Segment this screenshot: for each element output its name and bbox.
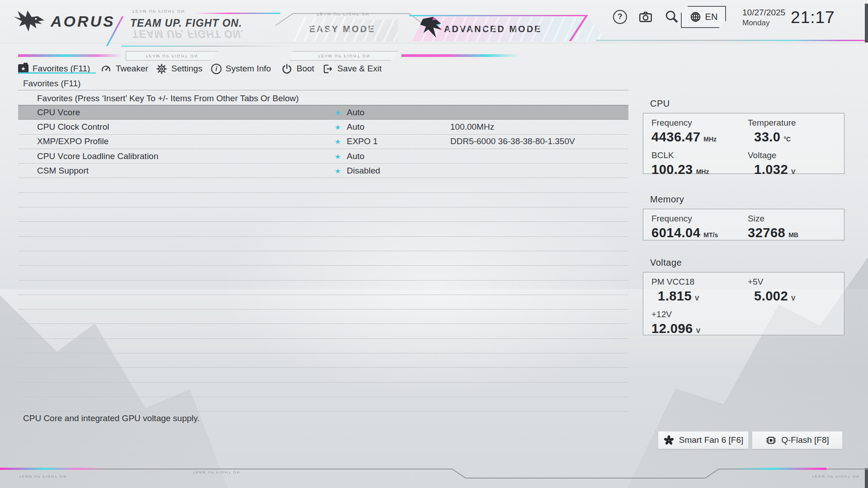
empty-row [18, 383, 628, 397]
header-tail-line [596, 40, 868, 41]
favorite-star-icon: ★ [335, 122, 341, 131]
voltage-5v-metric: +5V 5.002 V [748, 277, 844, 304]
favorites-icon: ★ [18, 64, 28, 73]
utility-icons: ? [613, 9, 679, 24]
info-icon: i [211, 64, 222, 74]
metric-label: +5V [748, 277, 844, 287]
help-glyph: ? [618, 12, 622, 21]
item-description: CPU Core and integrated GPU voltage supp… [23, 413, 199, 423]
smart-fan-button[interactable]: Smart Fan 6 [F6] [658, 431, 749, 449]
metric-unit: MHz [696, 168, 709, 175]
cpu-panel: Frequency 4436.47 MHz Temperature 33.0 °… [643, 113, 844, 174]
datetime-block: 10/27/2025 Monday 21:17 [742, 7, 835, 28]
metric-label: Frequency [651, 118, 748, 128]
help-icon[interactable]: ? [613, 10, 627, 24]
cpu-panel-title: CPU [650, 99, 670, 109]
favorite-star-icon: ★ [335, 108, 341, 117]
right-edge-bar-top [865, 4, 868, 42]
favorites-list: Favorites (Press ‘Insert’ Key To +/- Ite… [18, 92, 628, 412]
brand-name: AORUS [51, 13, 115, 30]
search-icon[interactable] [664, 9, 679, 24]
cpu-temperature-metric: Temperature 33.0 °C [748, 118, 844, 145]
metric-unit: V [791, 295, 795, 302]
smart-fan-label: Smart Fan 6 [F6] [679, 435, 744, 445]
gear-icon [156, 63, 167, 75]
deco-gradient-left [18, 54, 122, 57]
metric-value: 5.002 [754, 289, 788, 304]
deco-glitch-strip-1: TEAM UP FIGHT ON [126, 51, 218, 61]
metric-unit: MT/s [703, 231, 718, 239]
gauge-icon [100, 63, 112, 75]
language-button[interactable]: EN [681, 6, 726, 28]
empty-row [18, 178, 628, 192]
cpu-bclk-metric: BCLK 100.23 MHz [651, 150, 748, 177]
tab-save-exit[interactable]: Save & Exit [322, 62, 382, 75]
tab-tweaker-label: Tweaker [116, 64, 148, 74]
metric-label: Size [748, 214, 844, 224]
info-glyph: i [216, 65, 217, 72]
row-extra: DDR5-6000 36-38-38-80-1.350V [450, 136, 575, 146]
deco-glitch-strip-2: TEAM UP FIGHT ON [289, 51, 399, 61]
tab-boot[interactable]: Boot [281, 62, 314, 75]
voltage-panel-title: Voltage [650, 258, 682, 268]
glitch-text: TEAM UP FIGHT ON [145, 54, 198, 58]
glitch-text: TEAM UP FIGHT ON [19, 475, 66, 479]
screenshot-camera-icon[interactable] [638, 9, 653, 24]
list-row-cpu-vcore[interactable]: CPU Vcore ★ Auto [18, 105, 628, 120]
favorite-star-icon: ★ [335, 152, 341, 160]
list-row-cpu-clock-control[interactable]: CPU Clock Control ★ Auto 100.00MHz [18, 120, 628, 134]
empty-row [18, 339, 628, 353]
row-value: Disabled [347, 166, 380, 176]
qflash-label: Q-Flash [F8] [781, 435, 829, 445]
bios-screen: AORUS TEAM UP. FIGHT ON. TEAM UP. FIGHT … [0, 0, 868, 488]
tab-system-info[interactable]: i System Info [211, 62, 271, 75]
list-row-xmp-expo-profile[interactable]: XMP/EXPO Profile ★ EXPO 1 DDR5-6000 36-3… [18, 135, 628, 149]
header-bar: AORUS TEAM UP. FIGHT ON. TEAM UP. FIGHT … [0, 0, 868, 43]
metric-unit: V [695, 295, 699, 302]
empty-row [18, 324, 628, 338]
list-row-cpu-vcore-loadline[interactable]: CPU Vcore Loadline Calibration ★ Auto [18, 149, 628, 164]
glitch-text: TEAM UP FIGHT ON [812, 475, 859, 479]
tab-tweaker[interactable]: Tweaker [100, 62, 148, 75]
row-label: CPU Clock Control [37, 122, 109, 132]
bottom-gradient-left [0, 468, 105, 470]
favorite-star-icon: ★ [335, 137, 341, 146]
metric-unit: MHz [703, 136, 717, 143]
metric-value: 1.815 [658, 289, 692, 304]
day-text: Monday [742, 18, 785, 28]
row-value: Auto [347, 122, 364, 132]
memory-frequency-metric: Frequency 6014.04 MT/s [651, 214, 748, 240]
slogan-underline-decor [121, 46, 293, 47]
exit-icon [322, 63, 333, 75]
row-label: CSM Support [37, 166, 89, 176]
empty-row [18, 368, 628, 382]
memory-panel: Frequency 6014.04 MT/s Size 32768 MB [643, 209, 844, 240]
active-tab-underline [18, 72, 96, 74]
glitch-text: TEAM UP FIGHT ON [317, 54, 370, 58]
metric-unit: V [696, 327, 700, 334]
chip-icon [765, 435, 777, 446]
slogan-reflection: TEAM UP. FIGHT ON. [132, 28, 244, 40]
qflash-button[interactable]: Q-Flash [F8] [752, 431, 843, 449]
metric-value: 32768 [748, 225, 785, 240]
metric-value: 6014.04 [651, 225, 700, 240]
row-value: EXPO 1 [347, 136, 378, 146]
voltage-panel: PM VCC18 1.815 V +5V 5.002 V +12V 12.096… [643, 272, 844, 335]
metric-unit: MB [788, 231, 798, 239]
metric-unit: V [791, 168, 795, 175]
bottom-gradient-right [731, 468, 826, 470]
empty-row [18, 193, 628, 207]
voltage-pmvcc18-metric: PM VCC18 1.815 V [651, 277, 748, 304]
row-label: XMP/EXPO Profile [37, 136, 108, 146]
globe-icon [689, 11, 702, 23]
row-value: Auto [347, 108, 364, 117]
memory-panel-title: Memory [650, 194, 684, 205]
language-code: EN [705, 12, 718, 22]
voltage-12v-metric: +12V 12.096 V [651, 310, 748, 336]
tab-settings[interactable]: Settings [156, 62, 203, 75]
breadcrumb: Favorites (F11) [23, 79, 80, 89]
row-label: CPU Vcore Loadline Calibration [37, 151, 158, 161]
easy-mode-streaks [287, 17, 398, 41]
list-row-csm-support[interactable]: CSM Support ★ Disabled [18, 164, 628, 178]
easy-mode-tab[interactable]: EASY MODE [287, 17, 398, 41]
